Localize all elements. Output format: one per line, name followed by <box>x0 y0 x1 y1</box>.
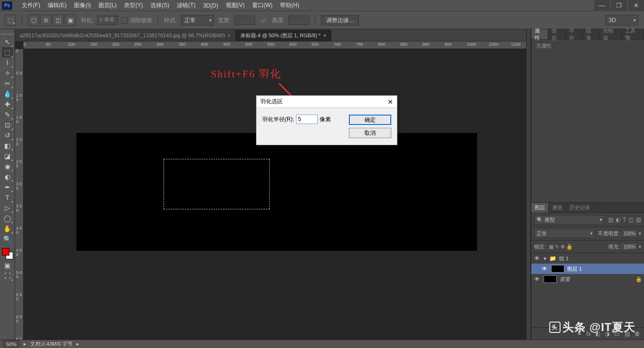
layer-name[interactable]: 图层 1 <box>567 265 582 273</box>
menu-help[interactable]: 帮助(H) <box>276 1 303 9</box>
document-canvas[interactable] <box>76 133 477 251</box>
lock-trans-icon[interactable]: ▦ <box>549 244 553 250</box>
blur-tool[interactable]: ◉ <box>2 161 13 172</box>
menu-view[interactable]: 视图(V) <box>222 1 248 9</box>
layer-name[interactable]: 背景 <box>560 276 570 283</box>
gradient-tool[interactable]: ◪ <box>2 151 13 161</box>
stamp-tool[interactable]: ⊡ <box>2 120 13 130</box>
close-icon[interactable]: × <box>228 33 231 38</box>
chevron-right-icon[interactable]: ▸ <box>76 341 79 347</box>
zoom-field[interactable]: 50% <box>3 340 20 348</box>
visibility-icon[interactable]: 👁 <box>533 276 541 282</box>
zoom-tool[interactable]: 🔍 <box>2 234 13 244</box>
3d-dropdown[interactable]: 3D <box>605 15 638 25</box>
shape-tool[interactable]: ◯ <box>2 213 13 224</box>
path-select-tool[interactable]: ▷ <box>2 203 13 213</box>
layer-thumbnail[interactable] <box>544 275 557 283</box>
move-tool[interactable]: ↖ <box>2 37 13 47</box>
layer-group-row[interactable]: 👁 ▾ 📁 组 1 <box>531 253 644 264</box>
ok-button[interactable]: 确定 <box>349 115 391 125</box>
marquee-tool[interactable]: ⬚ <box>2 47 13 58</box>
antialias-checkbox[interactable] <box>122 17 128 24</box>
tab-properties[interactable]: 属性 <box>531 29 548 39</box>
color-swatches[interactable] <box>1 247 14 260</box>
menu-window[interactable]: 窗口(W) <box>248 1 276 9</box>
visibility-icon[interactable]: 👁 <box>533 255 541 262</box>
sel-new[interactable]: ▢ <box>28 15 39 26</box>
filter-adjust-icon[interactable]: ◐ <box>616 216 620 223</box>
menu-edit[interactable]: 编辑(E) <box>44 1 70 9</box>
chevron-down-icon[interactable]: ▾ <box>544 256 546 262</box>
feather-field[interactable]: 0 像素 <box>97 16 118 25</box>
menu-3d[interactable]: 3D(D) <box>199 2 222 9</box>
tab-character[interactable]: 字符 <box>566 29 583 39</box>
tab-paragraph[interactable]: 段落 <box>583 29 600 39</box>
lasso-tool[interactable]: ⌇ <box>2 58 13 68</box>
chevron-down-icon[interactable]: ▾ <box>639 231 641 236</box>
doc-tab-1[interactable]: a28117ac91032c7eb6bdb2c42555ea83_9173330… <box>15 30 236 41</box>
close-icon[interactable]: × <box>323 33 326 38</box>
crop-tool[interactable]: ✂ <box>2 78 13 89</box>
blend-mode-dropdown[interactable]: 正常 <box>534 229 595 238</box>
layer-row[interactable]: 👁 图层 1 <box>531 264 644 274</box>
screenmode-tool[interactable]: ⛶ <box>2 271 13 281</box>
menu-layer[interactable]: 图层(L) <box>95 1 121 9</box>
sel-add[interactable]: ⧉ <box>40 15 51 26</box>
chevron-down-icon[interactable]: ▾ <box>639 244 641 249</box>
brush-tool[interactable]: ✎ <box>2 109 13 120</box>
menu-file[interactable]: 文件(F) <box>18 1 44 9</box>
tab-history[interactable]: 历史记录 <box>566 203 594 213</box>
fill-field[interactable]: 100% <box>621 242 638 251</box>
swap-icon[interactable]: ⇄ <box>259 17 268 24</box>
dialog-close-button[interactable]: ✕ <box>388 98 393 106</box>
filter-type-icon[interactable]: T <box>623 216 626 223</box>
history-brush-tool[interactable]: ↺ <box>2 130 13 141</box>
filter-pixel-icon[interactable]: ▤ <box>608 216 613 223</box>
type-tool[interactable]: T <box>2 192 13 203</box>
wand-tool[interactable]: ✧ <box>2 68 13 78</box>
close-button[interactable]: ✕ <box>628 0 644 10</box>
quickmask-tool[interactable]: ▣ <box>2 260 13 271</box>
tab-layers[interactable]: 图层 <box>531 203 549 213</box>
lock-pixel-icon[interactable]: ✎ <box>555 244 559 250</box>
doc-tab-2[interactable]: 未标题-4 @ 50% (图层 1, RGB/8) *× <box>236 30 331 41</box>
menu-image[interactable]: 图像(I) <box>70 1 94 9</box>
minimize-button[interactable]: — <box>594 0 610 10</box>
layer-thumbnail[interactable] <box>551 265 564 273</box>
lock-all-icon[interactable]: 🔒 <box>566 244 573 250</box>
cancel-button[interactable]: 取消 <box>349 128 391 138</box>
menu-filter[interactable]: 滤镜(T) <box>173 1 199 9</box>
pen-tool[interactable]: ✒ <box>2 182 13 192</box>
menu-type[interactable]: 类型(Y) <box>120 1 147 9</box>
layer-name[interactable]: 组 1 <box>559 255 569 262</box>
antialias-option[interactable]: 消除锯齿 <box>122 17 152 25</box>
visibility-icon[interactable]: 👁 <box>541 265 548 272</box>
kind-filter[interactable]: 🔍 类型 <box>534 215 604 224</box>
sel-int[interactable]: ▣ <box>65 15 76 26</box>
fg-color[interactable] <box>2 248 9 256</box>
radius-input[interactable] <box>296 115 318 124</box>
current-tool-icon[interactable]: ⬚▾ <box>5 15 16 26</box>
filter-smart-icon[interactable]: ▥ <box>636 216 641 223</box>
tab-channels[interactable]: 通道 <box>549 203 566 213</box>
style-dropdown[interactable]: 正常 <box>181 15 214 25</box>
panel-collapse-strip[interactable] <box>526 29 531 340</box>
chevron-right-icon[interactable]: ▸ <box>24 341 26 347</box>
eraser-tool[interactable]: ◧ <box>2 141 13 151</box>
eyedropper-tool[interactable]: 💧 <box>2 89 13 99</box>
tab-clone[interactable]: 仿制源 <box>600 29 622 39</box>
dodge-tool[interactable]: ◐ <box>2 172 13 182</box>
opacity-field[interactable]: 100% <box>621 229 638 238</box>
menu-select[interactable]: 选择(S) <box>147 1 173 9</box>
hand-tool[interactable]: ✋ <box>2 224 13 234</box>
filter-shape-icon[interactable]: ◫ <box>628 216 634 223</box>
maximize-button[interactable]: ❐ <box>611 0 627 10</box>
lock-pos-icon[interactable]: ✥ <box>561 244 565 250</box>
dialog-titlebar[interactable]: 羽化选区 ✕ <box>256 96 397 108</box>
heal-tool[interactable]: ✚ <box>2 99 13 109</box>
tab-toolpreset[interactable]: 工具预 <box>622 29 644 39</box>
tab-info[interactable]: 信息 <box>548 29 565 39</box>
sel-sub[interactable]: ◫ <box>52 15 64 26</box>
layer-bg-row[interactable]: 👁 背景 🔒 <box>531 274 644 284</box>
toolbox-handle[interactable] <box>1 32 14 36</box>
